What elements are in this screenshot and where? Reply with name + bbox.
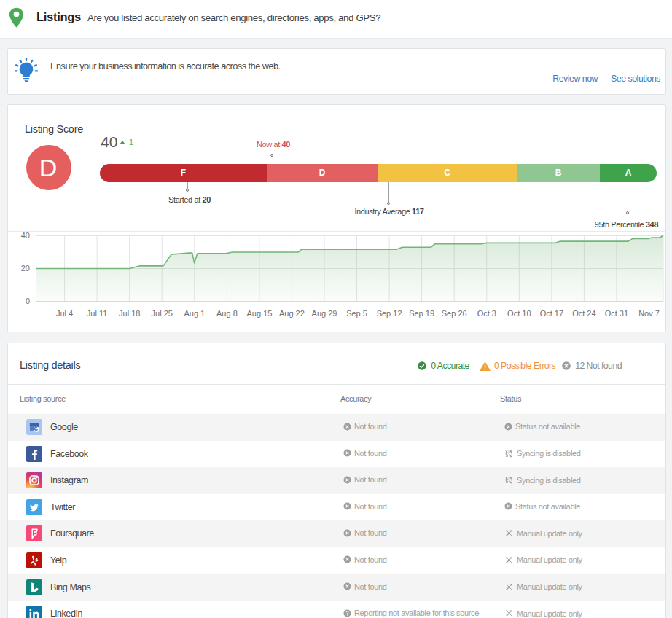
- svg-text:20: 20: [21, 264, 30, 273]
- svg-text:Aug 29: Aug 29: [312, 309, 337, 318]
- svg-text:Jul 4: Jul 4: [56, 309, 73, 318]
- svg-text:0: 0: [26, 297, 30, 305]
- svg-text:Aug 15: Aug 15: [246, 309, 272, 318]
- svg-text:Oct 24: Oct 24: [572, 309, 595, 318]
- svg-text:Oct 10: Oct 10: [507, 309, 531, 318]
- svg-text:Aug 22: Aug 22: [279, 309, 305, 318]
- svg-text:Oct 3: Oct 3: [477, 309, 496, 318]
- svg-text:Sep 19: Sep 19: [409, 309, 434, 318]
- svg-text:Jul 18: Jul 18: [119, 309, 140, 318]
- svg-text:40: 40: [21, 232, 30, 240]
- svg-text:Oct 17: Oct 17: [540, 309, 563, 318]
- svg-text:Nov 7: Nov 7: [638, 309, 660, 318]
- svg-text:Aug 1: Aug 1: [184, 309, 205, 318]
- svg-text:Sep 26: Sep 26: [442, 309, 467, 318]
- svg-text:Oct 31: Oct 31: [605, 309, 628, 318]
- svg-text:Jul 11: Jul 11: [87, 309, 108, 318]
- svg-text:Aug 8: Aug 8: [216, 309, 238, 318]
- svg-text:Sep 5: Sep 5: [346, 309, 367, 318]
- svg-text:Sep 12: Sep 12: [377, 309, 402, 318]
- svg-text:Jul 25: Jul 25: [152, 309, 173, 318]
